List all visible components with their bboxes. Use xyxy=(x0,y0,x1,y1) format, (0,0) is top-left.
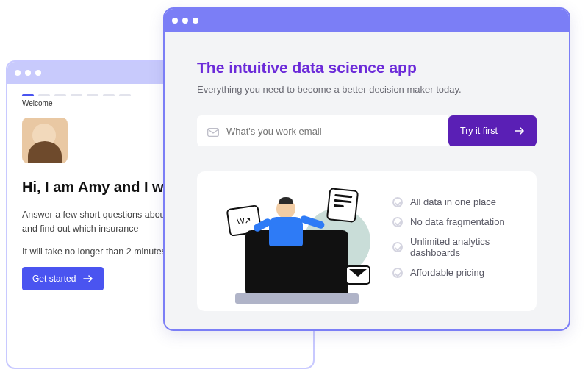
feature-item: No data fragmentation xyxy=(392,216,517,227)
window-dot[interactable] xyxy=(172,18,178,24)
mail-icon xyxy=(207,126,219,135)
feature-list: All data in one place No data fragmentat… xyxy=(392,186,517,311)
window-controls[interactable] xyxy=(172,18,198,24)
feature-item: Unlimited analytics dashboards xyxy=(392,236,517,258)
progress-step xyxy=(38,94,50,96)
hero-subtitle: Everything you need to become a better d… xyxy=(197,84,537,95)
avatar xyxy=(22,118,68,163)
feature-item: All data in one place xyxy=(392,196,517,207)
try-it-first-button[interactable]: Try it first xyxy=(448,115,537,146)
illustration: W↗ xyxy=(216,186,378,311)
feature-item: Affordable pricing xyxy=(392,267,517,278)
window-dot[interactable] xyxy=(15,70,21,76)
svg-rect-0 xyxy=(208,129,219,137)
check-icon xyxy=(392,197,403,207)
check-icon xyxy=(392,217,403,227)
feature-text: Unlimited analytics dashboards xyxy=(410,236,517,258)
check-icon xyxy=(392,268,403,278)
progress-step xyxy=(119,94,131,96)
window-dot[interactable] xyxy=(35,70,41,76)
feature-text: Affordable pricing xyxy=(410,267,484,278)
progress-step xyxy=(22,94,34,96)
get-started-label: Get started xyxy=(32,274,76,284)
try-it-first-label: Try it first xyxy=(460,126,498,136)
window-dot[interactable] xyxy=(25,70,31,76)
feature-text: All data in one place xyxy=(410,196,496,207)
illustration-person-icon xyxy=(276,199,303,246)
progress-step xyxy=(71,94,82,96)
window-dot[interactable] xyxy=(193,18,198,24)
arrow-right-icon xyxy=(514,127,525,135)
progress-step xyxy=(87,94,98,96)
email-field-wrap[interactable] xyxy=(197,115,448,146)
titlebar-front xyxy=(165,9,569,32)
feature-card: W↗ All data in one place xyxy=(197,171,537,311)
get-started-button[interactable]: Get started xyxy=(22,267,104,290)
window-landing: The intuitive data science app Everythin… xyxy=(163,7,570,331)
arrow-right-icon xyxy=(83,275,93,282)
window-controls[interactable] xyxy=(15,70,41,76)
hero-title: The intuitive data science app xyxy=(197,59,537,76)
progress-step xyxy=(54,94,66,96)
feature-text: No data fragmentation xyxy=(410,216,505,227)
illustration-mail-card-icon xyxy=(345,265,370,285)
progress-step xyxy=(103,94,115,96)
email-input[interactable] xyxy=(226,126,438,137)
signup-row: Try it first xyxy=(197,115,537,146)
illustration-document-card-icon xyxy=(326,188,359,223)
window-dot[interactable] xyxy=(182,18,188,24)
check-icon xyxy=(392,242,403,252)
